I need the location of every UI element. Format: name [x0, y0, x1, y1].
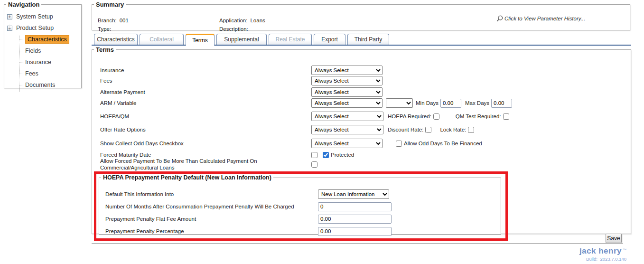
tree-expand-icon[interactable]: + [7, 14, 12, 19]
tab-characteristics[interactable]: Characteristics [94, 34, 138, 45]
show-collect-odd-days-label: Show Collect Odd Days Checkbox [100, 140, 311, 147]
tab-supplemental[interactable]: Supplemental [216, 34, 267, 45]
insurance-label: Insurance [100, 67, 311, 74]
save-button[interactable]: Save [606, 234, 622, 243]
qm-test-required-checkbox[interactable] [503, 113, 509, 120]
parameter-history-link[interactable]: Click to View Parameter History... [496, 15, 585, 22]
min-days-input[interactable] [440, 99, 461, 108]
application-label: Application: [219, 18, 247, 23]
row-insurance: Insurance Always Select [100, 66, 627, 75]
nav-item-label[interactable]: Documents [25, 82, 55, 88]
tree-connector-line [9, 25, 10, 31]
hoepa-qm-select[interactable]: Always Select [311, 112, 383, 121]
fees-label: Fees [100, 77, 311, 84]
alternate-payment-select[interactable]: Always Select [311, 87, 383, 97]
allow-forced-payment-checkbox[interactable] [311, 161, 317, 168]
trademark-symbol: ™ [623, 248, 626, 252]
row-default-into: Default This Information Into New Loan I… [105, 189, 498, 199]
row-show-collect-odd-days: Show Collect Odd Days Checkbox Always Se… [100, 139, 627, 148]
nav-item-product-setup[interactable]: − Product Setup [4, 22, 81, 34]
hoepa-qm-label: HOEPA/QM [100, 113, 311, 120]
build-value: 2023.7.0.140 [600, 256, 626, 262]
search-icon [496, 15, 504, 22]
application-value: Loans [250, 18, 265, 23]
terms-section: Terms Insurance Always Select Fees Alway… [92, 46, 631, 234]
tab-third-party[interactable]: Third Party [347, 34, 389, 45]
arm-variable-select[interactable]: Always Select [311, 98, 383, 108]
arm-secondary-select[interactable] [386, 98, 413, 108]
flat-fee-amount-input[interactable] [318, 215, 392, 224]
nav-item-label[interactable]: Fees [25, 70, 38, 77]
row-alternate-payment: Alternate Payment Always Select [100, 87, 627, 97]
nav-item-label[interactable]: Fields [25, 47, 41, 54]
odd-days-financed-checkbox[interactable] [396, 141, 402, 147]
allow-forced-payment-label: Allow Forced Payment To Be More Than Cal… [100, 158, 311, 171]
max-days-label: Max Days [465, 100, 489, 106]
nav-item-label[interactable]: Product Setup [16, 25, 54, 31]
row-hoepa-qm: HOEPA/QM Always Select HOEPA Required: Q… [100, 112, 627, 121]
highlight-box-red: HOEPA Prepayment Penalty Default (New Lo… [94, 171, 508, 241]
nav-item-label-selected[interactable]: Characteristics [25, 35, 69, 44]
tab-collateral: Collateral [140, 34, 184, 45]
discount-rate-checkbox[interactable] [425, 127, 431, 133]
type-label: Type: [98, 26, 111, 32]
flat-fee-amount-label: Prepayment Penalty Flat Fee Amount [105, 216, 318, 222]
row-arm-variable: ARM / Variable Always Select Min Days Ma… [100, 98, 627, 108]
summary-type: Type: [98, 26, 114, 32]
nav-item-fees[interactable]: Fees [25, 68, 81, 79]
arm-variable-label: ARM / Variable [100, 100, 311, 106]
row-months-after-consummation: Number Of Months After Consummation Prep… [105, 202, 498, 211]
months-after-consummation-input[interactable] [318, 202, 392, 211]
insurance-select[interactable]: Always Select [311, 66, 383, 75]
nav-item-label[interactable]: Insurance [25, 59, 51, 66]
summary-branch: Branch: 001 [98, 18, 129, 23]
min-days-label: Min Days [416, 100, 439, 106]
months-after-consummation-label: Number Of Months After Consummation Prep… [105, 204, 318, 209]
branch-value: 001 [120, 18, 129, 23]
row-flat-fee-amount: Prepayment Penalty Flat Fee Amount [105, 214, 498, 224]
offer-rate-select[interactable]: Always Select [311, 125, 383, 134]
fees-select[interactable]: Always Select [311, 76, 383, 85]
parameter-history-label[interactable]: Click to View Parameter History... [504, 16, 585, 21]
row-offer-rate-options: Offer Rate Options Always Select Discoun… [100, 125, 627, 134]
summary-application: Application: Loans [219, 18, 265, 23]
tab-strip: Characteristics Collateral Terms Supplem… [92, 35, 631, 46]
summary-legend: Summary [94, 1, 126, 8]
hoepa-prepayment-legend: HOEPA Prepayment Penalty Default (New Lo… [101, 174, 273, 181]
tab-real-estate: Real Estate [269, 34, 312, 45]
nav-item-characteristics[interactable]: Characteristics [25, 34, 81, 45]
branding-footer: jack henry™ Build: 2023.7.0.140 [579, 246, 626, 262]
navigation-panel: Navigation + System Setup − Product Setu… [4, 1, 82, 88]
lock-rate-checkbox[interactable] [468, 127, 474, 133]
nav-item-insurance[interactable]: Insurance [25, 57, 81, 68]
alternate-payment-label: Alternate Payment [100, 89, 311, 95]
protected-checkbox[interactable] [323, 152, 329, 158]
nav-item-label[interactable]: System Setup [16, 13, 53, 20]
forced-maturity-checkbox[interactable] [311, 152, 317, 158]
default-into-select[interactable]: New Loan Information [318, 189, 389, 199]
hoepa-required-checkbox[interactable] [433, 113, 439, 120]
tree-connector-line [19, 36, 19, 92]
tab-terms[interactable]: Terms [186, 34, 215, 46]
hoepa-required-label: HOEPA Required: [388, 113, 431, 119]
build-version: Build: 2023.7.0.140 [579, 256, 626, 262]
hoepa-prepayment-section: HOEPA Prepayment Penalty Default (New Lo… [99, 174, 501, 235]
summary-section: Summary Branch: 001 Type: Application: L… [92, 1, 630, 30]
max-days-input[interactable] [491, 99, 512, 108]
action-bar: Save [92, 234, 623, 244]
offer-rate-options-label: Offer Rate Options [100, 126, 311, 133]
tab-export[interactable]: Export [314, 34, 345, 45]
lock-rate-label: Lock Rate: [440, 127, 466, 132]
show-collect-odd-days-select[interactable]: Always Select [311, 139, 383, 148]
row-fees: Fees Always Select [100, 76, 627, 85]
qm-test-required-label: QM Test Required: [456, 113, 501, 119]
nav-item-fields[interactable]: Fields [25, 45, 81, 57]
summary-description: Description: [219, 26, 251, 32]
navigation-legend: Navigation [6, 1, 41, 8]
nav-item-documents[interactable]: Documents [25, 79, 81, 91]
odd-days-financed-label: Allow Odd Days To Be Financed [404, 141, 482, 146]
jack-henry-logo: jack henry [579, 246, 622, 255]
nav-item-system-setup[interactable]: + System Setup [4, 11, 81, 22]
branch-label: Branch: [98, 18, 117, 23]
row-allow-forced-payment: Allow Forced Payment To Be More Than Cal… [100, 158, 627, 171]
